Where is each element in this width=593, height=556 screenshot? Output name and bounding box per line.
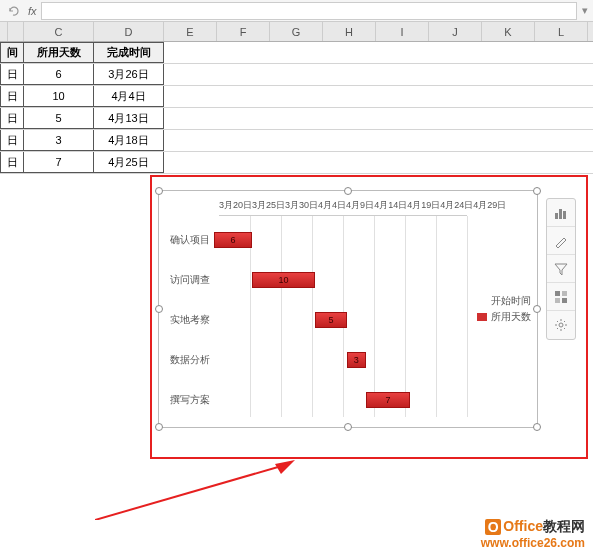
chart-bar[interactable]: 5	[315, 312, 347, 328]
col-header-k[interactable]: K	[482, 22, 535, 41]
chart-bar[interactable]: 7	[366, 392, 410, 408]
chart-element-icon[interactable]	[547, 199, 575, 227]
plot-area: 确认项目 6 访问调查 10 实地考察 5 数据分析 3 撰写方案 7	[219, 215, 467, 417]
legend-swatch	[477, 313, 487, 321]
x-axis-labels: 3月20日 3月25日 3月30日 4月4日 4月9日 4月14日 4月19日 …	[219, 199, 467, 212]
column-headers: C D E F G H I J K L	[0, 22, 593, 42]
col-header-d[interactable]: D	[94, 22, 164, 41]
chart-row: 访问调查 10	[164, 262, 467, 298]
formula-input[interactable]	[41, 2, 577, 20]
col-header-e[interactable]: E	[164, 22, 217, 41]
svg-rect-5	[555, 298, 560, 303]
col-header-i[interactable]: I	[376, 22, 429, 41]
fx-label: fx	[28, 5, 37, 17]
svg-rect-0	[555, 213, 558, 219]
svg-rect-2	[563, 211, 566, 219]
svg-rect-4	[562, 291, 567, 296]
watermark: OOffice教程网 www.office26.com	[481, 518, 585, 550]
header-b[interactable]: 间	[0, 42, 24, 63]
header-d[interactable]: 完成时间	[94, 42, 164, 63]
table-row: 日 5 4月13日	[0, 108, 593, 130]
header-c[interactable]: 所用天数	[24, 42, 94, 63]
table-row: 日 3 4月18日	[0, 130, 593, 152]
col-header-l[interactable]: L	[535, 22, 588, 41]
settings-icon[interactable]	[547, 311, 575, 339]
logo-icon: O	[485, 519, 501, 535]
chart-bar[interactable]: 3	[347, 352, 366, 368]
chart-row: 数据分析 3	[164, 342, 467, 378]
svg-rect-3	[555, 291, 560, 296]
chart-row: 撰写方案 7	[164, 382, 467, 418]
chart-bar[interactable]: 6	[214, 232, 252, 248]
col-header-f[interactable]: F	[217, 22, 270, 41]
svg-marker-9	[275, 460, 295, 474]
table-header-row: 间 所用天数 完成时间	[0, 42, 593, 64]
brush-icon[interactable]	[547, 227, 575, 255]
svg-rect-6	[562, 298, 567, 303]
chart-row: 实地考察 5	[164, 302, 467, 338]
chart-bar[interactable]: 10	[252, 272, 315, 288]
chart-tools-panel	[546, 198, 576, 340]
undo-icon[interactable]	[4, 2, 22, 20]
chart-plot-area: 3月20日 3月25日 3月30日 4月4日 4月9日 4月14日 4月19日 …	[159, 191, 537, 427]
table-row: 日 7 4月25日	[0, 152, 593, 174]
spreadsheet-grid[interactable]: C D E F G H I J K L 间 所用天数 完成时间 日 6 3月26…	[0, 22, 593, 174]
col-header-h[interactable]: H	[323, 22, 376, 41]
table-row: 日 10 4月4日	[0, 86, 593, 108]
filter-icon[interactable]	[547, 255, 575, 283]
gantt-chart[interactable]: 3月20日 3月25日 3月30日 4月4日 4月9日 4月14日 4月19日 …	[158, 190, 538, 428]
chart-row: 确认项目 6	[164, 222, 467, 258]
svg-point-7	[559, 323, 563, 327]
svg-line-8	[95, 465, 285, 520]
col-header-j[interactable]: J	[429, 22, 482, 41]
col-header-g[interactable]: G	[270, 22, 323, 41]
chart-type-icon[interactable]	[547, 283, 575, 311]
data-rows: 间 所用天数 完成时间 日 6 3月26日 日 10 4月4日 日 5 4月13…	[0, 42, 593, 174]
svg-rect-1	[559, 209, 562, 219]
table-row: 日 6 3月26日	[0, 64, 593, 86]
annotation-arrow	[95, 460, 295, 520]
formula-bar: fx ▾	[0, 0, 593, 22]
col-header-c[interactable]: C	[24, 22, 94, 41]
expand-formula-icon[interactable]: ▾	[577, 4, 593, 17]
chart-legend[interactable]: 开始时间 所用天数	[477, 292, 531, 326]
